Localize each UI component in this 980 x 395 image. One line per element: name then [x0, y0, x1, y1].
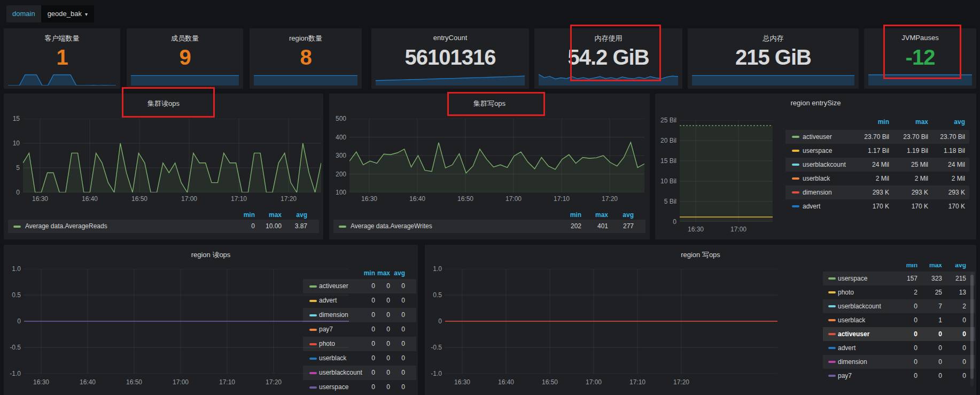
legend-row[interactable]: userspace1.17 Bil1.19 Bil1.18 Bil: [785, 144, 969, 158]
series-label[interactable]: advert: [838, 341, 855, 355]
chevron-down-icon: ▾: [85, 11, 88, 17]
series-min: 170 K: [873, 199, 889, 213]
panel-title[interactable]: region 读ops: [4, 250, 418, 260]
series-avg: 0: [962, 313, 966, 327]
legend-row[interactable]: advert000: [823, 341, 975, 355]
legend-row[interactable]: pay7000: [303, 322, 416, 337]
stat-title: region数量: [250, 34, 362, 43]
series-min: 202: [571, 220, 581, 233]
x-axis-tick: 16:40: [406, 195, 429, 203]
series-label[interactable]: userblack: [319, 351, 346, 366]
series-min: 0: [914, 327, 917, 341]
series-label[interactable]: userblackcount: [838, 299, 881, 313]
series-label[interactable]: userspace: [319, 380, 348, 394]
series-avg: 0: [401, 366, 405, 380]
series-label[interactable]: activeuser: [803, 130, 832, 144]
series-label[interactable]: pay7: [838, 369, 852, 383]
legend-row[interactable]: photo000: [303, 337, 416, 351]
series-label[interactable]: userblack: [803, 172, 830, 185]
legend-row[interactable]: activeuser000: [823, 327, 975, 341]
x-axis-tick: 16:50: [128, 195, 151, 203]
y-axis-tick: 1.0: [5, 265, 21, 273]
stat-panel-jvm-pauses: JVMPauses -12: [864, 28, 976, 89]
series-max: 1.19 Bil: [907, 144, 928, 158]
legend-row[interactable]: userblack010: [823, 313, 975, 327]
series-avg: 170 K: [948, 199, 965, 213]
panel-title[interactable]: region 写ops: [425, 250, 976, 260]
series-max: 170 K: [912, 199, 928, 213]
stat-title: JVMPauses: [864, 34, 976, 42]
series-min: 0: [914, 299, 917, 313]
series-color-dash: [309, 386, 317, 389]
stat-title: 内存使用: [534, 34, 682, 43]
legend-row[interactable]: userblack000: [303, 351, 416, 366]
series-label[interactable]: advert: [803, 199, 820, 213]
legend-row[interactable]: userblackcount072: [823, 299, 975, 313]
series-color-dash: [828, 361, 836, 363]
y-axis-tick: 300: [331, 152, 346, 159]
series-max: 0: [938, 369, 942, 383]
series-min: 0: [371, 380, 375, 394]
legend-row[interactable]: userblackcount000: [303, 366, 416, 380]
legend-row[interactable]: pay7000: [823, 369, 975, 383]
series-label[interactable]: userblackcount: [319, 366, 362, 380]
y-axis-tick: 0: [5, 189, 20, 196]
series-color-dash: [309, 285, 317, 288]
series-label[interactable]: dimension: [803, 185, 832, 199]
series-min: 0: [371, 293, 375, 308]
series-label[interactable]: advert: [319, 293, 337, 308]
series-avg: 0: [401, 308, 405, 322]
legend-row[interactable]: userblackcount24 Mil25 Mil24 Mil: [785, 158, 969, 172]
series-label[interactable]: photo: [838, 285, 854, 299]
series-label[interactable]: Average data.AverageWrites: [351, 220, 432, 233]
series-label[interactable]: dimension: [838, 355, 867, 369]
series-label[interactable]: photo: [319, 337, 335, 351]
series-label[interactable]: userspace: [803, 144, 832, 158]
series-min: 0: [371, 351, 375, 366]
legend-row[interactable]: photo22513: [823, 285, 975, 299]
variable-value: geode_bak: [48, 10, 82, 18]
legend-row[interactable]: dimension000: [303, 308, 416, 322]
legend-row[interactable]: activeuser23.70 Bil23.70 Bil23.70 Bil: [785, 130, 969, 144]
legend-row[interactable]: userspace000: [303, 380, 416, 394]
series-min: 0: [251, 220, 255, 233]
legend-row[interactable]: Average data.AverageReads 0 10.00 3.87: [8, 220, 319, 233]
stat-value: 1: [4, 45, 120, 69]
series-max: 0: [938, 327, 942, 341]
series-label[interactable]: userblackcount: [803, 158, 846, 172]
series-avg: 0: [401, 322, 405, 337]
sparkline: [868, 71, 972, 86]
series-label[interactable]: userspace: [838, 272, 867, 285]
legend-row[interactable]: Average data.AverageWrites 202 401 277: [333, 220, 645, 233]
panel-title[interactable]: 集群写ops: [329, 99, 650, 109]
legend-row[interactable]: dimension000: [823, 355, 975, 369]
stat-title: entryCount: [371, 34, 529, 42]
series-label[interactable]: dimension: [319, 308, 348, 322]
legend-header: minmaxavg: [303, 269, 416, 277]
series-color-dash: [339, 226, 346, 228]
series-label[interactable]: pay7: [319, 322, 333, 337]
series-label[interactable]: activeuser: [838, 327, 869, 341]
x-axis-tick: 17:10: [550, 195, 573, 203]
legend-row[interactable]: advert170 K170 K170 K: [785, 199, 969, 213]
variable-dropdown[interactable]: geode_bak▾: [41, 5, 94, 22]
series-color-dash: [309, 300, 317, 302]
series-label[interactable]: activeuser: [319, 279, 348, 293]
legend-row[interactable]: advert000: [303, 293, 416, 308]
x-axis-tick: 16:40: [78, 195, 102, 203]
stat-value: 8: [250, 45, 362, 69]
legend-row[interactable]: userspace157323215: [823, 272, 975, 285]
legend-row[interactable]: userblack2 Mil2 Mil2 Mil: [785, 172, 969, 185]
stat-title: 成员数量: [127, 34, 243, 43]
series-avg: 23.70 Bil: [940, 130, 965, 144]
panel-title[interactable]: 集群读ops: [4, 99, 323, 109]
stat-value: 54.2 GiB: [534, 45, 682, 69]
y-axis-tick: 5: [5, 164, 20, 172]
legend-row[interactable]: activeuser000: [303, 279, 416, 293]
panel-region-read-ops: region 读ops 1.00.50-0.5-1.016:3016:4016:…: [4, 245, 418, 395]
series-label[interactable]: userblack: [838, 313, 865, 327]
series-max: 401: [597, 220, 608, 233]
panel-title[interactable]: region entrySize: [655, 99, 976, 107]
series-label[interactable]: Average data.AverageReads: [25, 220, 107, 233]
legend-row[interactable]: dimension293 K293 K293 K: [785, 185, 969, 199]
